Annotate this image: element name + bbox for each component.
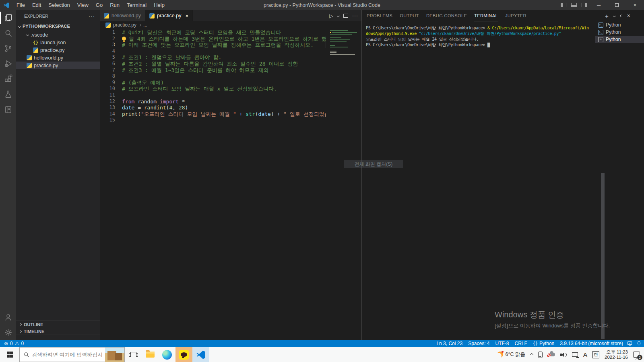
code-line-5[interactable]: 5# 조건1 : 랜덤으로 날짜를 뽑아야 함. <box>100 54 326 61</box>
panel-tab-jupyter[interactable]: JUPYTER <box>505 10 526 21</box>
breadcrumb-symbol[interactable]: ... <box>143 22 147 28</box>
activity-run-debug-icon[interactable] <box>0 56 16 71</box>
activity-testing-icon[interactable] <box>0 86 16 102</box>
outline-section[interactable]: OUTLINE <box>16 321 100 328</box>
problems-status[interactable]: ⊗ 0 ⚠ 0 <box>0 341 24 346</box>
code-line-14[interactable]: 14print("오프라인 스터디 모임 날짜는 매월 " + str(date… <box>100 111 326 117</box>
vscode-taskbar-button[interactable] <box>192 347 209 362</box>
toggle-sidebar-icon[interactable] <box>561 3 566 7</box>
action-center-button[interactable]: 2 <box>633 352 640 358</box>
tree-item-launch-json[interactable]: {}launch.json <box>16 39 100 46</box>
new-terminal-icon[interactable]: + <box>605 12 609 19</box>
lightbulb-icon[interactable] <box>122 37 126 41</box>
minimize-button[interactable]: ─ <box>590 0 608 10</box>
menu-file[interactable]: File <box>13 0 29 10</box>
code-line-15[interactable]: 15 <box>100 117 326 123</box>
status-crlf[interactable]: CRLF <box>515 341 527 346</box>
workspace-root-row[interactable]: PYTHONWORKSPACE <box>16 22 100 30</box>
status-ln-3-col-23[interactable]: Ln 3, Col 23 <box>436 341 462 346</box>
tree-item-practice-py[interactable]: practice.py <box>16 62 100 69</box>
code-line-12[interactable]: 12from random import * <box>100 99 326 105</box>
notifications-bell-icon[interactable] <box>636 341 642 346</box>
maximize-button[interactable] <box>608 0 626 10</box>
code-line-6[interactable]: 6# 조건2 : 월별 날짜는 다름을 감안하여 최소 일수인 28 이내로 정… <box>100 61 326 67</box>
menu-go[interactable]: Go <box>92 0 106 10</box>
status-3-9-13-64-bit-microsoft-store-[interactable]: 3.9.13 64-bit (microsoft store) <box>560 341 623 346</box>
activity-account-icon[interactable] <box>0 309 16 325</box>
code-line-8[interactable]: 8 <box>100 73 326 80</box>
terminal-instance[interactable]: >_Python <box>595 29 644 36</box>
bing-daily-image[interactable] <box>105 348 124 362</box>
close-panel-icon[interactable]: × <box>627 12 630 19</box>
menu-edit[interactable]: Edit <box>29 0 45 10</box>
panel-chevron-icon[interactable] <box>620 14 623 17</box>
tree-item-helloworld-py[interactable]: helloworld.py <box>16 54 100 62</box>
phone-link-icon[interactable] <box>538 352 543 358</box>
code-line-4[interactable]: 4 <box>100 48 326 55</box>
code-line-13[interactable]: 13date = randint(4, 28) <box>100 105 326 111</box>
code-line-11[interactable]: 11 <box>100 92 326 99</box>
taskbar-search-input[interactable] <box>29 352 105 358</box>
menu-selection[interactable]: Selection <box>45 0 73 10</box>
file-explorer-button[interactable] <box>142 347 159 362</box>
run-dropdown-icon[interactable] <box>337 14 340 17</box>
terminal-instance[interactable]: >Python <box>595 36 644 43</box>
activity-explorer-icon[interactable] <box>0 10 16 25</box>
status-spaces-4[interactable]: Spaces: 4 <box>468 341 489 346</box>
terminal-dropdown-icon[interactable] <box>613 14 616 17</box>
feedback-icon[interactable] <box>627 341 632 346</box>
explorer-more-actions-icon[interactable]: ··· <box>89 13 95 19</box>
task-view-button[interactable] <box>125 347 142 362</box>
code-line-7[interactable]: 7# 조건3 : 매월 1~3일은 스터디 준비를 해야 하므로 제외 <box>100 67 326 74</box>
activity-search-icon[interactable] <box>0 25 16 41</box>
tab-practice-py[interactable]: practice.py× <box>145 10 193 21</box>
taskbar-clock[interactable]: 오후 11:23 2022-11-16 <box>605 350 628 360</box>
activity-source-control-icon[interactable] <box>0 41 16 56</box>
split-editor-icon[interactable] <box>343 14 348 18</box>
code-line-1[interactable]: 1# Quiz) 당신은 최근에 코딩 스터디 모임을 새로 만들었습니다 <box>100 29 326 36</box>
activity-extensions-icon[interactable] <box>0 71 16 86</box>
tree-item--vscode[interactable]: .vscode <box>16 31 100 39</box>
terminal-output[interactable]: PS C:\Users\ckanr\OneDrive\바탕 화면\PythonW… <box>366 25 594 48</box>
capture-tool-menu-item[interactable]: 전체 화면 캡처(S) <box>344 160 403 168</box>
panel-tab-debug-console[interactable]: DEBUG CONSOLE <box>426 10 467 21</box>
panel-tab-terminal[interactable]: TERMINAL <box>474 10 498 21</box>
toggle-secondary-sidebar-icon[interactable] <box>582 3 587 7</box>
code-line-2[interactable]: 2월 4회 스터디를 하는데 3번은 온라인으로 하고 1번은 오프라인으로 하… <box>100 36 326 42</box>
kakaotalk-button[interactable] <box>175 347 192 362</box>
run-python-file-icon[interactable]: ▷ <box>329 13 333 19</box>
terminal-instance[interactable]: >_Python <box>595 21 644 29</box>
taskbar-search[interactable] <box>19 347 125 362</box>
timeline-section[interactable]: TIMELINE <box>16 328 100 335</box>
breadcrumb[interactable]: practice.py ... <box>100 21 361 29</box>
minimap[interactable] <box>330 30 358 58</box>
network-icon[interactable] <box>572 352 578 357</box>
menu-run[interactable]: Run <box>106 0 123 10</box>
start-button[interactable] <box>0 347 19 362</box>
code-editor[interactable]: 1# Quiz) 당신은 최근에 코딩 스터디 모임을 새로 만들었습니다2월 … <box>100 29 326 123</box>
panel-tab-output[interactable]: OUTPUT <box>400 10 419 21</box>
code-line-9[interactable]: 9# (출력문 예제) <box>100 80 326 86</box>
menu-help[interactable]: Help <box>150 0 168 10</box>
volume-icon[interactable] <box>560 352 567 358</box>
menu-view[interactable]: View <box>74 0 92 10</box>
weather-widget[interactable]: 6°C 맑음 <box>497 351 525 358</box>
status-python[interactable]: {}Python <box>533 341 554 346</box>
activity-notebook-icon[interactable] <box>0 102 16 117</box>
breadcrumb-file[interactable]: practice.py <box>113 22 136 28</box>
editor-more-actions-icon[interactable]: ··· <box>352 13 358 19</box>
tab-helloworld-py[interactable]: helloworld.py <box>100 10 145 21</box>
close-button[interactable]: × <box>626 0 644 10</box>
panel-tab-problems[interactable]: PROBLEMS <box>367 10 392 21</box>
ime-english-indicator[interactable]: A <box>583 351 587 358</box>
hidden-icons-chevron[interactable] <box>530 353 533 356</box>
status-utf-8[interactable]: UTF-8 <box>495 341 509 346</box>
onedrive-error-icon[interactable] <box>548 353 555 356</box>
code-line-10[interactable]: 10# 오프라인 스터디 모임 날짜는 매월 x 일로 선정되었습니다. <box>100 86 326 92</box>
activity-settings-icon[interactable] <box>0 325 16 340</box>
menu-terminal[interactable]: Terminal <box>123 0 150 10</box>
toggle-panel-icon[interactable] <box>571 3 577 7</box>
close-tab-icon[interactable]: × <box>185 13 188 19</box>
edge-button[interactable] <box>159 347 175 362</box>
ime-korean-indicator[interactable]: 한 <box>592 351 599 358</box>
